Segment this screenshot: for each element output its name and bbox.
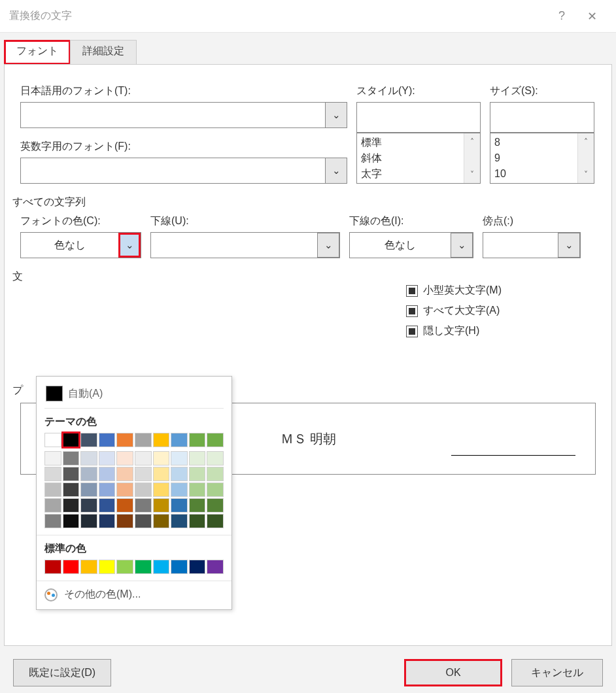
color-swatch[interactable] xyxy=(207,498,224,513)
color-swatch[interactable] xyxy=(99,560,116,574)
japanese-font-dropdown[interactable]: ⌄ xyxy=(325,102,347,128)
color-swatch[interactable] xyxy=(171,451,188,465)
color-swatch[interactable] xyxy=(153,433,170,447)
color-swatch[interactable] xyxy=(80,560,97,574)
color-swatch[interactable] xyxy=(80,467,97,481)
color-swatch[interactable] xyxy=(116,433,133,447)
emphasis-dropdown[interactable]: ⌄ xyxy=(558,233,580,258)
color-swatch[interactable] xyxy=(153,560,170,574)
color-swatch[interactable] xyxy=(116,482,133,497)
color-swatch[interactable] xyxy=(189,467,206,481)
color-swatch[interactable] xyxy=(171,433,188,447)
color-swatch[interactable] xyxy=(80,451,97,465)
help-button[interactable]: ? xyxy=(547,1,577,31)
underline-dropdown[interactable]: ⌄ xyxy=(317,233,339,258)
color-swatch[interactable] xyxy=(135,560,152,574)
style-input[interactable] xyxy=(356,102,481,133)
style-listbox[interactable]: 標準 斜体 太字 ˄ ˅ xyxy=(356,133,481,184)
color-swatch[interactable] xyxy=(116,560,133,574)
color-swatch[interactable] xyxy=(171,560,188,574)
color-swatch[interactable] xyxy=(99,433,116,447)
checkbox-all-caps[interactable]: すべて大文字(A) xyxy=(406,304,596,318)
color-swatch[interactable] xyxy=(189,498,206,513)
scroll-down-icon[interactable]: ˅ xyxy=(578,166,594,183)
underline-color-combo[interactable]: 色なし ⌄ xyxy=(349,232,473,258)
set-default-button[interactable]: 既定に設定(D) xyxy=(13,659,111,686)
color-swatch[interactable] xyxy=(189,433,206,447)
color-swatch[interactable] xyxy=(135,467,152,481)
color-swatch[interactable] xyxy=(116,451,133,465)
color-swatch[interactable] xyxy=(44,451,61,465)
scroll-up-icon[interactable]: ˄ xyxy=(464,133,480,150)
color-swatch[interactable] xyxy=(63,560,80,574)
cancel-button[interactable]: キャンセル xyxy=(511,659,603,686)
color-swatch[interactable] xyxy=(80,514,97,528)
color-swatch[interactable] xyxy=(99,514,116,528)
color-swatch[interactable] xyxy=(135,498,152,513)
color-swatch[interactable] xyxy=(171,498,188,513)
color-swatch[interactable] xyxy=(80,482,97,497)
color-swatch[interactable] xyxy=(116,498,133,513)
font-color-dropdown[interactable]: ⌄ xyxy=(118,233,141,258)
color-swatch[interactable] xyxy=(153,498,170,513)
tab-advanced[interactable]: 詳細設定 xyxy=(70,40,137,65)
color-swatch[interactable] xyxy=(189,451,206,465)
scroll-up-icon[interactable]: ˄ xyxy=(578,133,594,150)
style-list-items[interactable]: 標準 斜体 太字 xyxy=(357,133,464,183)
scroll-down-icon[interactable]: ˅ xyxy=(464,166,480,183)
more-colors-item[interactable]: その他の色(M)... xyxy=(44,588,224,601)
latin-font-dropdown[interactable]: ⌄ xyxy=(325,158,347,184)
underline-combo[interactable]: ⌄ xyxy=(150,232,340,258)
ok-button[interactable]: OK xyxy=(404,659,502,686)
color-swatch[interactable] xyxy=(44,467,61,481)
color-swatch[interactable] xyxy=(99,498,116,513)
color-swatch[interactable] xyxy=(44,482,61,497)
color-swatch[interactable] xyxy=(153,514,170,528)
color-swatch[interactable] xyxy=(207,467,224,481)
latin-font-input[interactable] xyxy=(20,158,325,184)
color-swatch[interactable] xyxy=(171,467,188,481)
color-swatch[interactable] xyxy=(189,482,206,497)
color-swatch[interactable] xyxy=(80,498,97,513)
font-color-combo[interactable]: 色なし ⌄ xyxy=(20,232,141,258)
color-swatch[interactable] xyxy=(189,514,206,528)
color-swatch[interactable] xyxy=(171,482,188,497)
color-swatch[interactable] xyxy=(99,467,116,481)
color-swatch[interactable] xyxy=(135,451,152,465)
size-listbox[interactable]: 8 9 10 ˄ ˅ xyxy=(490,133,594,184)
color-swatch[interactable] xyxy=(63,433,80,447)
color-swatch[interactable] xyxy=(189,560,206,574)
color-swatch[interactable] xyxy=(63,498,80,513)
color-swatch[interactable] xyxy=(207,482,224,497)
color-swatch[interactable] xyxy=(99,451,116,465)
color-swatch[interactable] xyxy=(116,514,133,528)
color-swatch[interactable] xyxy=(63,514,80,528)
color-swatch[interactable] xyxy=(207,560,224,574)
color-swatch[interactable] xyxy=(135,433,152,447)
color-swatch[interactable] xyxy=(116,467,133,481)
underline-color-dropdown[interactable]: ⌄ xyxy=(451,233,473,258)
color-swatch[interactable] xyxy=(44,433,61,447)
color-swatch[interactable] xyxy=(207,514,224,528)
color-automatic[interactable]: 自動(A) xyxy=(44,383,224,409)
color-swatch[interactable] xyxy=(44,498,61,513)
color-swatch[interactable] xyxy=(63,482,80,497)
color-swatch[interactable] xyxy=(80,433,97,447)
checkbox-hidden[interactable]: 隠し文字(H) xyxy=(406,324,596,338)
japanese-font-combo[interactable]: ⌄ xyxy=(20,102,347,128)
style-scrollbar[interactable]: ˄ ˅ xyxy=(464,133,480,183)
color-swatch[interactable] xyxy=(153,451,170,465)
color-swatch[interactable] xyxy=(63,451,80,465)
color-swatch[interactable] xyxy=(63,467,80,481)
color-swatch[interactable] xyxy=(207,433,224,447)
color-swatch[interactable] xyxy=(44,560,61,574)
color-swatch[interactable] xyxy=(135,514,152,528)
color-swatch[interactable] xyxy=(44,514,61,528)
latin-font-combo[interactable]: ⌄ xyxy=(20,158,347,184)
japanese-font-input[interactable] xyxy=(20,102,325,128)
emphasis-combo[interactable]: ⌄ xyxy=(483,232,581,258)
tab-font[interactable]: フォント xyxy=(4,40,71,65)
size-list-items[interactable]: 8 9 10 xyxy=(490,133,577,183)
color-swatch[interactable] xyxy=(135,482,152,497)
color-swatch[interactable] xyxy=(207,451,224,465)
